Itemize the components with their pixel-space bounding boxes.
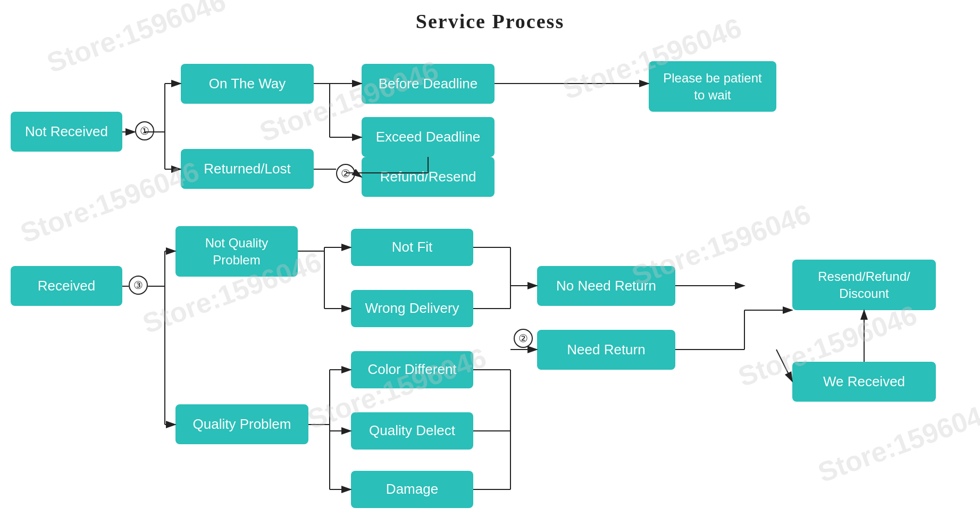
page-title: Service Process: [416, 10, 564, 33]
circle-2-bottom: ②: [514, 329, 533, 348]
watermark: Store:1596046: [814, 394, 980, 488]
circle-3: ③: [129, 276, 148, 295]
quality-defect-box: Quality Delect: [351, 412, 473, 450]
on-the-way-box: On The Way: [181, 64, 314, 104]
svg-line-42: [776, 350, 792, 381]
no-need-return-box: No Need Return: [537, 266, 675, 306]
need-return-box: Need Return: [537, 330, 675, 370]
not-fit-box: Not Fit: [351, 229, 473, 266]
not-quality-box: Not Quality Problem: [175, 226, 298, 277]
color-different-box: Color Different: [351, 351, 473, 388]
we-received-box: We Received: [792, 362, 936, 402]
refund-resend-top-box: Refund/Resend: [362, 157, 495, 197]
wrong-delivery-box: Wrong Delivery: [351, 290, 473, 327]
received-box: Received: [11, 266, 122, 306]
not-received-box: Not Received: [11, 112, 122, 152]
quality-problem-box: Quality Problem: [175, 404, 308, 444]
please-wait-box: Please be patient to wait: [649, 61, 776, 112]
exceed-deadline-box: Exceed Deadline: [362, 117, 495, 157]
circle-2-top: ②: [336, 164, 355, 183]
circle-1: ①: [135, 121, 154, 140]
damage-box: Damage: [351, 471, 473, 508]
returned-lost-box: Returned/Lost: [181, 149, 314, 189]
svg-line-14: [355, 173, 362, 177]
before-deadline-box: Before Deadline: [362, 64, 495, 104]
resend-refund-box: Resend/Refund/ Discount: [792, 260, 936, 310]
